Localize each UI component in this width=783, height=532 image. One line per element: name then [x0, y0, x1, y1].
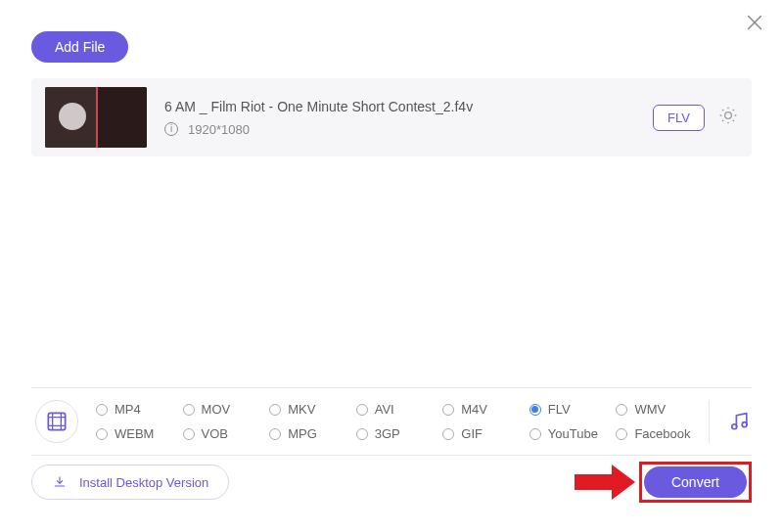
- radio-icon: [616, 428, 627, 440]
- bottom-bar: Install Desktop Version Convert: [31, 462, 752, 503]
- radio-icon: [442, 428, 454, 440]
- format-option-avi[interactable]: AVI: [356, 402, 439, 417]
- format-label: FLV: [548, 402, 571, 417]
- format-label: AVI: [375, 402, 394, 417]
- svg-point-1: [732, 424, 737, 429]
- format-option-3gp[interactable]: 3GP: [356, 426, 439, 441]
- radio-icon: [530, 428, 541, 440]
- download-icon: [52, 474, 68, 490]
- highlight-frame: Convert: [639, 462, 752, 503]
- format-option-mkv[interactable]: MKV: [269, 402, 352, 417]
- format-option-webm[interactable]: WEBM: [96, 426, 179, 441]
- format-option-facebook[interactable]: Facebook: [616, 426, 699, 441]
- radio-icon: [183, 428, 195, 440]
- output-format-badge[interactable]: FLV: [653, 105, 705, 131]
- format-label: MKV: [288, 402, 315, 417]
- radio-icon: [356, 428, 368, 440]
- format-label: MOV: [202, 402, 231, 417]
- radio-icon: [356, 404, 368, 416]
- format-label: WEBM: [115, 426, 154, 441]
- radio-icon: [269, 428, 281, 440]
- video-tab[interactable]: [35, 400, 78, 443]
- film-icon: [44, 409, 69, 434]
- svg-rect-0: [48, 413, 65, 429]
- format-label: YouTube: [548, 426, 598, 441]
- format-option-vob[interactable]: VOB: [183, 426, 266, 441]
- format-option-gif[interactable]: GIF: [442, 426, 526, 441]
- format-option-mov[interactable]: MOV: [183, 402, 266, 417]
- video-thumbnail: [45, 87, 147, 148]
- format-label: GIF: [461, 426, 483, 441]
- gear-icon: [718, 106, 738, 125]
- format-option-wmv[interactable]: WMV: [616, 402, 699, 417]
- format-label: 3GP: [375, 426, 400, 441]
- file-info: 6 AM _ Film Riot - One Minute Short Cont…: [164, 99, 653, 137]
- install-desktop-label: Install Desktop Version: [79, 475, 208, 490]
- format-label: WMV: [634, 402, 666, 417]
- format-option-mp4[interactable]: MP4: [96, 402, 179, 417]
- format-panel: MP4MOVMKVAVIM4VFLVWMVWEBMVOBMPG3GPGIFYou…: [31, 387, 752, 456]
- radio-icon: [96, 404, 108, 416]
- svg-point-2: [742, 422, 747, 427]
- settings-button[interactable]: [718, 106, 738, 129]
- format-label: M4V: [461, 402, 487, 417]
- info-icon: i: [164, 122, 178, 136]
- format-option-youtube[interactable]: YouTube: [530, 426, 613, 441]
- music-icon: [727, 409, 752, 434]
- install-desktop-button[interactable]: Install Desktop Version: [31, 465, 229, 500]
- radio-icon: [269, 404, 281, 416]
- close-icon: [744, 12, 765, 33]
- format-option-mpg[interactable]: MPG: [269, 426, 352, 441]
- format-option-m4v[interactable]: M4V: [442, 402, 526, 417]
- file-name: 6 AM _ Film Riot - One Minute Short Cont…: [164, 99, 653, 114]
- radio-icon: [442, 404, 454, 416]
- format-label: MP4: [115, 402, 141, 417]
- format-option-flv[interactable]: FLV: [530, 402, 613, 417]
- format-label: MPG: [288, 426, 317, 441]
- arrow-annotation: [575, 465, 635, 500]
- radio-icon: [96, 428, 108, 440]
- file-item: 6 AM _ Film Riot - One Minute Short Cont…: [31, 78, 752, 156]
- format-label: Facebook: [634, 426, 690, 441]
- radio-icon: [530, 404, 541, 416]
- close-button[interactable]: [744, 12, 765, 33]
- format-label: VOB: [202, 426, 228, 441]
- radio-icon: [183, 404, 195, 416]
- file-resolution: 1920*1080: [188, 122, 250, 137]
- audio-tab[interactable]: [709, 400, 752, 443]
- convert-button[interactable]: Convert: [644, 466, 747, 498]
- radio-icon: [616, 404, 627, 416]
- add-file-button[interactable]: Add File: [31, 31, 128, 63]
